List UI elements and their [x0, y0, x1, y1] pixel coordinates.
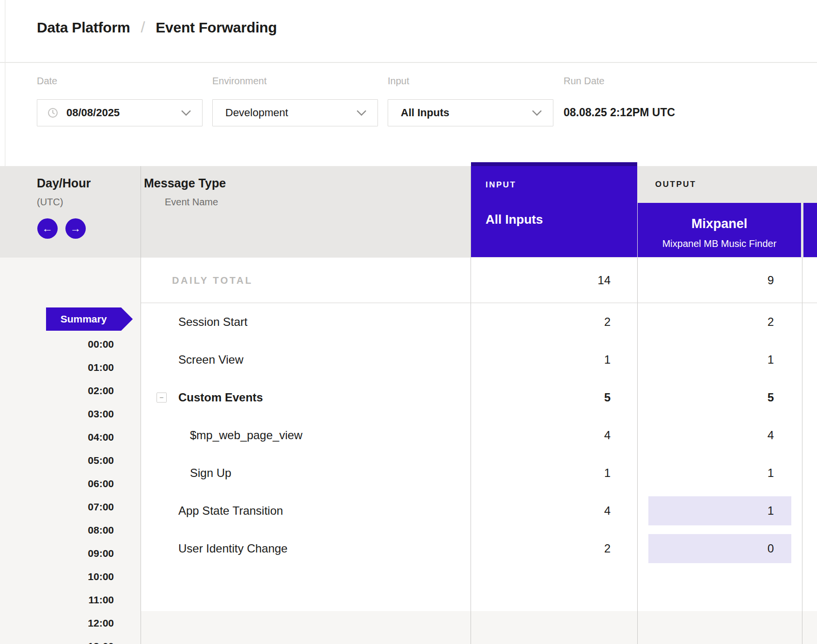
row-output-value: 4 — [638, 429, 774, 442]
hour-item-09[interactable]: 09:00 — [29, 547, 114, 559]
run-date-label: Run Date — [564, 76, 605, 87]
daily-total-input-value: 14 — [471, 274, 611, 287]
hour-item-12[interactable]: 12:00 — [29, 617, 114, 629]
input-column-header: INPUT All Inputs — [471, 162, 637, 257]
chevron-down-icon — [356, 110, 367, 116]
page-title: Event Forwarding — [156, 19, 277, 36]
row-input-value: 2 — [471, 542, 611, 555]
hour-item-01[interactable]: 01:00 — [29, 361, 114, 373]
row-output-value: 1 — [638, 353, 774, 367]
clock-icon — [47, 107, 59, 119]
hour-item-05[interactable]: 05:00 — [29, 454, 114, 466]
row-input-value: 2 — [471, 315, 611, 329]
row-input-value: 1 — [471, 353, 611, 367]
table-row: Sign Up 1 1 — [141, 454, 817, 492]
date-filter-label: Date — [37, 76, 57, 87]
input-group-label: INPUT — [486, 180, 517, 190]
date-value: 08/08/2025 — [66, 107, 120, 119]
left-edge-divider — [5, 0, 5, 166]
hour-item-08[interactable]: 08:00 — [29, 524, 114, 536]
table-row: User Identity Change 2 0 — [141, 530, 817, 567]
hour-item-10[interactable]: 10:00 — [29, 570, 114, 583]
row-label: $mp_web_page_view — [190, 429, 302, 442]
output-column-header: Mixpanel Mixpanel MB Music Finder — [638, 203, 801, 257]
chevron-down-icon — [181, 110, 191, 116]
event-forwarding-page: Data Platform / Event Forwarding Date En… — [0, 0, 817, 644]
row-input-value: 4 — [471, 429, 611, 442]
day-hour-subtitle: (UTC) — [37, 197, 63, 208]
input-filter-label: Input — [388, 76, 409, 87]
row-label: Sign Up — [190, 466, 231, 480]
arrow-left-icon: ← — [42, 222, 53, 235]
row-input-value: 4 — [471, 504, 611, 518]
environment-filter-label: Environment — [212, 76, 267, 87]
output-column-subtitle: Mixpanel MB Music Finder — [638, 238, 801, 249]
hour-item-13[interactable]: 13:00 — [29, 640, 114, 644]
table-row: App State Transition 4 1 — [141, 492, 817, 530]
row-output-value: 2 — [638, 315, 774, 329]
row-label: User Identity Change — [178, 542, 287, 555]
run-date-value: 08.08.25 2:12PM UTC — [564, 106, 675, 119]
row-label: Session Start — [178, 315, 248, 329]
hour-item-11[interactable]: 11:00 — [29, 594, 114, 606]
date-picker[interactable]: 08/08/2025 — [37, 99, 203, 126]
hour-item-06[interactable]: 06:00 — [29, 477, 114, 490]
breadcrumb: Data Platform / Event Forwarding — [37, 18, 277, 36]
table-row: Screen View 1 1 — [141, 341, 817, 379]
hour-item-04[interactable]: 04:00 — [29, 431, 114, 443]
hour-item-00[interactable]: 00:00 — [29, 338, 114, 350]
row-output-value: 1 — [638, 466, 774, 480]
breadcrumb-separator: / — [141, 18, 145, 36]
next-output-column-partial — [803, 203, 817, 257]
row-label: Screen View — [178, 353, 243, 367]
environment-value: Development — [225, 107, 288, 119]
summary-tab-arrow — [121, 307, 133, 331]
row-output-value: 5 — [638, 391, 774, 404]
message-type-title: Message Type — [144, 176, 226, 190]
hour-item-02[interactable]: 02:00 — [29, 384, 114, 397]
input-select[interactable]: All Inputs — [388, 99, 553, 126]
next-day-button[interactable]: → — [65, 218, 86, 239]
previous-day-button[interactable]: ← — [37, 218, 58, 239]
table-row: $mp_web_page_view 4 4 — [141, 416, 817, 454]
row-label: Custom Events — [178, 391, 263, 404]
summary-tab[interactable]: Summary — [46, 307, 121, 331]
arrow-right-icon: → — [70, 222, 81, 235]
output-group-label: OUTPUT — [655, 180, 696, 189]
environment-select[interactable]: Development — [212, 99, 378, 126]
input-column-accent-strip — [471, 162, 637, 166]
breadcrumb-section[interactable]: Data Platform — [37, 19, 130, 36]
daily-total-row: DAILY TOTAL 14 9 — [141, 258, 817, 303]
input-column-name: All Inputs — [486, 212, 543, 227]
row-output-value: 0 — [638, 542, 774, 555]
table-footer-area — [141, 611, 817, 644]
row-label: App State Transition — [178, 504, 283, 518]
row-output-value: 1 — [638, 504, 774, 518]
summary-tab-label: Summary — [61, 313, 107, 325]
daily-total-output-value: 9 — [638, 274, 774, 287]
chevron-down-icon — [532, 110, 542, 116]
day-hour-title: Day/Hour — [37, 176, 91, 190]
hour-item-03[interactable]: 03:00 — [29, 408, 114, 420]
row-input-value: 1 — [471, 466, 611, 480]
input-value: All Inputs — [401, 107, 449, 119]
table-row: Session Start 2 2 — [141, 303, 817, 341]
row-input-value: 5 — [471, 391, 611, 404]
header-divider — [0, 62, 817, 63]
daily-total-label: DAILY TOTAL — [172, 275, 253, 286]
message-type-subtitle: Event Name — [165, 197, 218, 208]
output-column-name: Mixpanel — [638, 216, 801, 231]
collapse-icon[interactable]: − — [157, 393, 167, 403]
hour-item-07[interactable]: 07:00 — [29, 501, 114, 513]
table-row-custom-events: − Custom Events 5 5 — [141, 379, 817, 416]
